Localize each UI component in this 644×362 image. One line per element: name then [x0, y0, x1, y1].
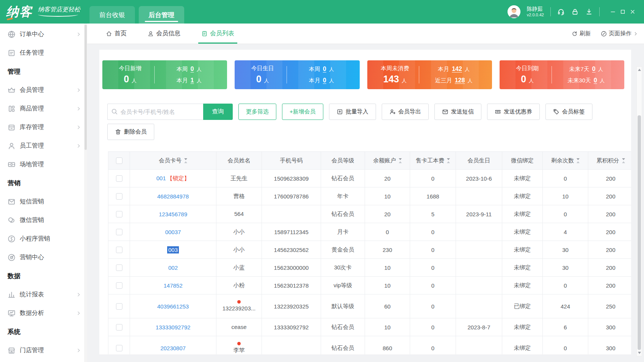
close-button[interactable] — [630, 9, 636, 15]
member-birthday — [456, 294, 502, 318]
table-row: 13333092792cease13333092792钻石会员1002023-8… — [108, 318, 631, 336]
member-card-link[interactable]: 13333092792 — [156, 324, 191, 331]
page-tab-1[interactable]: 会员信息 — [147, 24, 180, 44]
store-icon — [8, 346, 16, 354]
more-filters-button[interactable]: 更多筛选 — [238, 104, 276, 120]
sort-control[interactable] — [622, 158, 625, 163]
column-times[interactable]: 剩余次数 — [543, 152, 588, 170]
column-points[interactable]: 累积积分 — [588, 152, 631, 170]
row-checkbox[interactable] — [116, 303, 122, 310]
sidebar-item-4[interactable]: 商品管理 — [0, 99, 87, 118]
column-fee[interactable]: 售卡工本费 — [410, 152, 456, 170]
lock-icon[interactable] — [571, 8, 579, 16]
download-icon[interactable] — [585, 8, 593, 16]
refresh-button[interactable]: 刷新 — [572, 30, 591, 37]
toolbar-button-0[interactable]: 批量导入 — [329, 104, 376, 120]
member-birthday — [456, 223, 502, 241]
sidebar-item-3[interactable]: 会员管理 — [0, 81, 87, 99]
member-card-link[interactable]: 4039661253 — [157, 303, 189, 310]
table-row: 20230807李苹钻石会员8600未绑定0300 — [108, 336, 631, 355]
member-card-link[interactable]: 123456789 — [159, 211, 187, 217]
sidebar-item-9[interactable]: 短信营销 — [0, 192, 87, 211]
avatar[interactable] — [508, 5, 520, 18]
column-balance[interactable]: 余额账户 — [365, 152, 410, 170]
sort-control[interactable] — [399, 158, 402, 163]
member-card-link[interactable]: 00037 — [165, 229, 181, 235]
stat-detail-link[interactable]: 0 — [594, 77, 597, 83]
page-tab-0[interactable]: 首页 — [106, 24, 127, 44]
user-info[interactable]: 陈静茹 v2.0.0.42 — [527, 6, 544, 17]
stat-detail-link[interactable]: 128 — [455, 77, 465, 83]
sidebar-item-5[interactable]: 库存管理 — [0, 118, 87, 137]
nav-tab-1[interactable]: 后台管理 — [139, 6, 184, 24]
sidebar-item-11[interactable]: 小程序营销 — [0, 230, 87, 248]
sort-control[interactable] — [577, 158, 580, 163]
stat-detail-link[interactable]: 1 — [191, 77, 194, 83]
row-checkbox[interactable] — [116, 175, 122, 182]
sidebar-item-0[interactable]: 订单中心 — [0, 25, 87, 44]
stat-detail: 本月 142 人 — [419, 63, 488, 75]
stat-detail-link[interactable]: 0 — [323, 66, 326, 72]
search-button[interactable]: 查询 — [203, 104, 233, 120]
goods-icon — [8, 105, 16, 113]
scroll-down-arrow[interactable] — [637, 350, 642, 356]
sidebar-scrollbar[interactable] — [84, 24, 87, 362]
row-checkbox[interactable] — [116, 345, 122, 351]
row-checkbox[interactable] — [116, 211, 122, 217]
row-checkbox[interactable] — [116, 264, 122, 271]
stat-detail-link[interactable]: 0 — [191, 66, 194, 72]
member-card-link[interactable]: 003 — [167, 246, 179, 253]
sidebar-item-15[interactable]: 数据分析 — [0, 304, 87, 323]
row-checkbox[interactable] — [116, 282, 122, 289]
page-ops-button[interactable]: 页面操作 — [601, 30, 638, 37]
header-right: 陈静茹 v2.0.0.42 — [508, 0, 644, 24]
toolbar-button-2[interactable]: 发送短信 — [434, 104, 481, 120]
toolbar-button-1[interactable]: 会员导出 — [382, 104, 429, 120]
member-wechat: 未绑定 — [502, 223, 543, 241]
row-checkbox[interactable] — [116, 229, 122, 235]
row-checkbox[interactable] — [116, 193, 122, 200]
main-scrollbar[interactable] — [636, 66, 642, 356]
sidebar-item-7[interactable]: 场地管理 — [0, 155, 87, 174]
minimize-button[interactable] — [610, 9, 616, 15]
stat-detail-link[interactable]: 142 — [452, 66, 462, 72]
member-times: 0 — [543, 205, 588, 223]
member-times: 0 — [543, 170, 588, 187]
member-points: 200 — [588, 277, 631, 294]
select-all-checkbox[interactable] — [116, 157, 122, 164]
sidebar-item-label: 商品管理 — [20, 105, 44, 113]
stat-detail-link[interactable]: 0 — [323, 77, 326, 83]
sort-control[interactable] — [447, 158, 450, 163]
coupon-icon — [495, 109, 501, 115]
member-card-link[interactable]: 20230807 — [160, 345, 186, 351]
maximize-button[interactable] — [620, 9, 626, 15]
toolbar-button-3[interactable]: 发送优惠券 — [487, 104, 540, 120]
add-member-button[interactable]: +新增会员 — [282, 104, 323, 120]
sort-control[interactable] — [184, 158, 187, 163]
row-checkbox[interactable] — [116, 247, 122, 253]
sidebar-item-14[interactable]: 统计报表 — [0, 285, 87, 304]
sidebar-item-12[interactable]: 营销中心 — [0, 248, 87, 267]
delete-member-button[interactable]: 删除会员 — [107, 124, 154, 140]
stat-detail-link[interactable]: 0 — [592, 66, 595, 72]
member-card-link[interactable]: 4682884978 — [157, 193, 189, 200]
nav-tab-0[interactable]: 前台收银 — [89, 6, 135, 24]
sidebar-item-10[interactable]: 微信营销 — [0, 211, 87, 230]
scroll-thumb[interactable] — [638, 115, 641, 350]
sidebar-item-6[interactable]: 员工管理 — [0, 137, 87, 155]
support-icon[interactable] — [557, 8, 565, 16]
member-name: 132239203... — [218, 300, 260, 312]
member-times: 10 — [543, 187, 588, 205]
column-card[interactable]: 会员卡号 — [130, 152, 216, 170]
search-input[interactable] — [107, 104, 203, 120]
member-card-link[interactable]: 002 — [168, 264, 178, 271]
sidebar-item-17[interactable]: 门店管理 — [0, 341, 87, 360]
member-card-link[interactable]: 147852 — [163, 282, 182, 289]
member-card-link[interactable]: 001 — [156, 175, 166, 181]
scroll-up-arrow[interactable] — [637, 67, 642, 72]
toolbar-button-4[interactable]: 会员标签 — [545, 104, 592, 120]
sidebar-item-1[interactable]: 任务管理 — [0, 44, 87, 62]
row-checkbox[interactable] — [116, 324, 122, 331]
sidebar-scroll-thumb[interactable] — [85, 25, 87, 150]
page-tab-2[interactable]: 会员列表 — [201, 24, 234, 44]
